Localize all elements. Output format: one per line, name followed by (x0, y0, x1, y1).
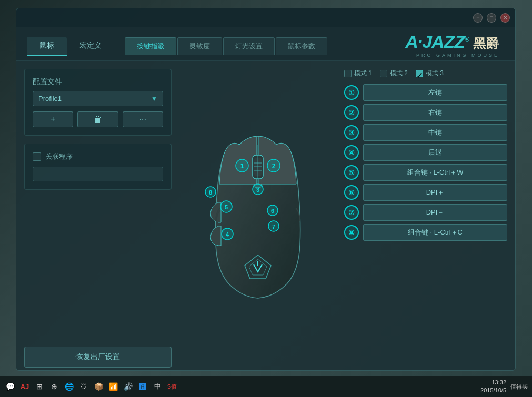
minimize-button[interactable]: － (473, 13, 483, 23)
button-number-5: ⑤ (344, 165, 359, 180)
button-mapping-list: ① 左键 ② 右键 ③ (344, 84, 507, 241)
button-number-8: ⑧ (344, 225, 359, 240)
subtab-sensitivity[interactable]: 灵敏度 (177, 37, 222, 55)
taskbar-grid-icon[interactable]: ⊞ (34, 381, 45, 392)
mapping-row-6: ⑥ DPI＋ (344, 184, 507, 201)
taskbar: 💬 AJ ⊞ ⊕ 🌐 🛡 📦 📶 🔊 🅰 中 S值 13:32 2015/10/… (0, 376, 532, 397)
close-button[interactable]: ✕ (500, 13, 510, 23)
mapping-row-8: ⑧ 组合键 · L-Ctrl＋C (344, 224, 507, 241)
svg-text:2: 2 (272, 162, 276, 170)
mode-3-label: 模式 3 (426, 69, 444, 78)
svg-text:4: 4 (226, 231, 229, 238)
mouse-svg: 1 2 3 5 4 6 (200, 129, 316, 308)
content-area: 配置文件 Profile1 ▼ + 🗑 ··· (16, 61, 515, 371)
button-number-3: ③ (344, 125, 359, 140)
mode-2-label: 模式 2 (390, 69, 408, 78)
mapping-button-3[interactable]: 中键 (363, 124, 507, 141)
subtab-key-assign[interactable]: 按键指派 (125, 37, 176, 55)
taskbar-aj2-icon[interactable]: 🅰 (137, 381, 148, 392)
mapping-row-2: ② 右键 (344, 104, 507, 121)
button-number-1: ① (344, 85, 359, 100)
svg-text:3: 3 (256, 187, 259, 193)
mode-1-checkbox[interactable] (344, 70, 352, 77)
mapping-row-5: ⑤ 组合键 · L-Ctrl＋W (344, 164, 507, 181)
svg-text:6: 6 (271, 208, 274, 214)
spacer (24, 198, 172, 339)
taskbar-extra-text: 值得买 (510, 383, 528, 391)
svg-text:5: 5 (225, 204, 228, 210)
taskbar-wifi-icon[interactable]: 📶 (107, 381, 119, 392)
delete-profile-button[interactable]: 🗑 (77, 111, 118, 127)
mapping-button-6[interactable]: DPI＋ (363, 184, 507, 201)
taskbar-chinese-icon[interactable]: 中 (152, 381, 163, 392)
svg-text:8: 8 (209, 189, 212, 196)
button-number-6: ⑥ (344, 185, 359, 200)
mapping-row-7: ⑦ DPI－ (344, 204, 507, 221)
mode-selector: 模式 1 模式 2 ✓ 模式 3 (344, 69, 507, 78)
right-panel: 模式 1 模式 2 ✓ 模式 3 ① 左键 (344, 69, 507, 368)
restore-defaults-button[interactable]: 恢复出厂设置 (24, 347, 172, 368)
subtab-mouse-params[interactable]: 鼠标参数 (276, 37, 327, 55)
app-window: － □ ✕ 鼠标 宏定义 按键指派 灵敏度 灯光设置 鼠标参数 (16, 8, 516, 371)
logo-text: A·JAZZ® (405, 32, 469, 52)
left-panel: 配置文件 Profile1 ▼ + 🗑 ··· (24, 69, 172, 368)
profile-dropdown[interactable]: Profile1 ▼ (33, 91, 163, 106)
mode-1-item[interactable]: 模式 1 (344, 69, 372, 78)
svg-text:1: 1 (240, 162, 244, 170)
mapping-button-7[interactable]: DPI－ (363, 204, 507, 221)
taskbar-aj-icon[interactable]: AJ (19, 381, 31, 392)
profile-actions: + 🗑 ··· (33, 111, 163, 127)
mapping-button-4[interactable]: 后退 (363, 144, 507, 161)
associate-row: 关联程序 (33, 152, 163, 161)
more-profile-button[interactable]: ··· (123, 111, 163, 127)
logo-area: A·JAZZ® 黑爵 PRO GAMING MOUSE (405, 32, 505, 60)
mapping-button-5[interactable]: 组合键 · L-Ctrl＋W (363, 164, 507, 181)
window-controls: － □ ✕ (473, 13, 510, 23)
dropdown-arrow-icon: ▼ (151, 95, 157, 103)
main-tabs: 鼠标 宏定义 (27, 37, 114, 56)
profile-section: 配置文件 Profile1 ▼ + 🗑 ··· (24, 69, 172, 136)
mapping-button-2[interactable]: 右键 (363, 104, 507, 121)
svg-text:7: 7 (272, 223, 275, 230)
add-profile-button[interactable]: + (33, 111, 73, 127)
subtab-lighting[interactable]: 灯光设置 (223, 37, 275, 55)
button-number-2: ② (344, 105, 359, 120)
logo-subtitle: PRO GAMING MOUSE (416, 53, 499, 58)
associate-checkbox[interactable] (33, 152, 41, 161)
taskbar-clock: 13:32 2015/10/5 (480, 379, 506, 395)
taskbar-sound-icon[interactable]: 🔊 (122, 381, 134, 392)
sub-tabs: 按键指派 灵敏度 灯光设置 鼠标参数 (125, 37, 328, 55)
taskbar-icons: 💬 AJ ⊞ ⊕ 🌐 🛡 📦 📶 🔊 🅰 中 S值 (4, 381, 480, 392)
button-number-7: ⑦ (344, 205, 359, 220)
mode-3-checkbox[interactable]: ✓ (416, 70, 423, 77)
mouse-image-container: 1 2 3 5 4 6 (200, 129, 316, 308)
maximize-button[interactable]: □ (487, 13, 496, 23)
mapping-row-4: ④ 后退 (344, 144, 507, 161)
associate-input[interactable] (33, 167, 163, 181)
taskbar-target-icon[interactable]: ⊕ (48, 381, 60, 392)
center-panel: 1 2 3 5 4 6 (177, 69, 339, 368)
nav-section: 鼠标 宏定义 按键指派 灵敏度 灯光设置 鼠标参数 A·JAZZ® (16, 27, 515, 61)
tab-mouse[interactable]: 鼠标 (27, 37, 67, 56)
button-number-4: ④ (344, 145, 359, 160)
taskbar-volume-icon[interactable]: 📦 (93, 381, 104, 392)
taskbar-right: 13:32 2015/10/5 值得买 (480, 379, 528, 395)
mode-2-checkbox[interactable] (380, 70, 387, 77)
associate-label: 关联程序 (45, 152, 73, 161)
associate-section: 关联程序 (24, 144, 172, 190)
brand-name-logo: 黑爵 (473, 35, 499, 52)
title-bar: － □ ✕ (16, 8, 515, 27)
taskbar-network-icon[interactable]: 🌐 (63, 381, 75, 392)
mode-2-item[interactable]: 模式 2 (380, 69, 408, 78)
mapping-row-1: ① 左键 (344, 84, 507, 101)
taskbar-supervalue-icon[interactable]: S值 (166, 381, 178, 392)
tab-macro[interactable]: 宏定义 (67, 37, 114, 56)
mode-3-item[interactable]: ✓ 模式 3 (416, 69, 444, 78)
mapping-button-1[interactable]: 左键 (363, 84, 507, 101)
profile-title: 配置文件 (33, 77, 163, 87)
mode-1-label: 模式 1 (354, 69, 372, 78)
taskbar-weixin-icon[interactable]: 💬 (4, 381, 16, 392)
mapping-row-3: ③ 中键 (344, 124, 507, 141)
taskbar-shield-icon[interactable]: 🛡 (78, 381, 89, 392)
mapping-button-8[interactable]: 组合键 · L-Ctrl＋C (363, 224, 507, 241)
